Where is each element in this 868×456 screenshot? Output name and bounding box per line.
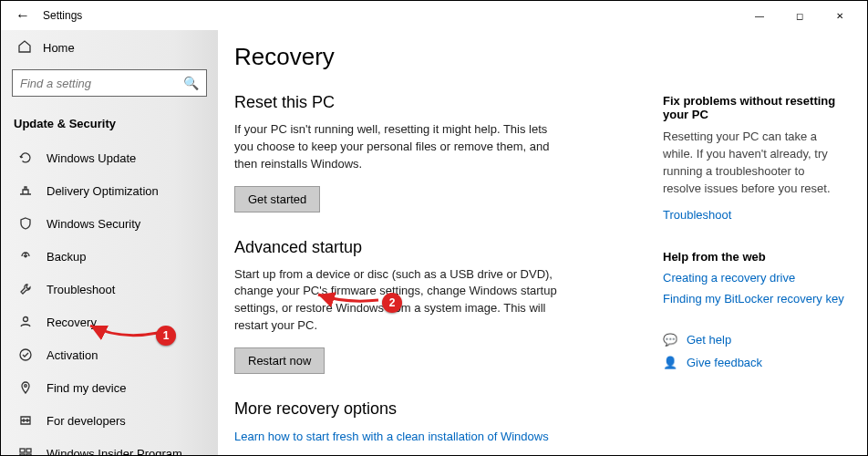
annotation-arrow-1: [83, 320, 165, 351]
get-help-link[interactable]: 💬 Get help: [663, 333, 845, 347]
location-icon: [17, 379, 34, 396]
fix-heading: Fix problems without resetting your PC: [663, 94, 845, 121]
category-heading: Update & Security: [12, 113, 207, 141]
svg-rect-4: [26, 449, 31, 452]
fix-text: Resetting your PC can take a while. If y…: [663, 129, 845, 197]
restart-now-button[interactable]: Restart now: [234, 347, 325, 374]
sidebar-item-windows-insider[interactable]: Windows Insider Program: [12, 437, 207, 455]
section-reset-pc: Reset this PC If your PC isn't running w…: [234, 93, 663, 212]
sidebar-item-label: Backup: [46, 250, 86, 264]
person-icon: 👤: [663, 356, 677, 369]
delivery-icon: [17, 182, 34, 199]
svg-rect-3: [20, 449, 25, 452]
home-button[interactable]: Home: [12, 30, 207, 69]
annotation-badge-2: 2: [382, 293, 402, 313]
sidebar: Home 🔍 Update & Security Windows Update …: [1, 30, 218, 455]
shield-icon: [17, 215, 34, 232]
svg-point-1: [20, 349, 31, 360]
sidebar-item-label: Find my device: [46, 381, 126, 395]
bitlocker-key-link[interactable]: Finding my BitLocker recovery key: [663, 292, 845, 306]
search-field[interactable]: [20, 77, 183, 90]
home-icon: [17, 39, 32, 57]
sidebar-item-troubleshoot[interactable]: Troubleshoot: [12, 273, 207, 306]
section-more-recovery: More recovery options Learn how to start…: [234, 399, 663, 444]
recovery-drive-link[interactable]: Creating a recovery drive: [663, 271, 845, 285]
reset-heading: Reset this PC: [234, 93, 663, 112]
sidebar-item-label: Windows Security: [46, 217, 140, 231]
annotation-arrow-2: [313, 287, 386, 313]
backup-icon: [17, 248, 34, 264]
get-help-label: Get help: [687, 333, 731, 347]
chat-icon: 💬: [663, 333, 677, 347]
sidebar-item-delivery-optimization[interactable]: Delivery Optimization: [12, 174, 207, 207]
dev-icon: [17, 412, 34, 429]
more-heading: More recovery options: [234, 399, 663, 419]
annotation-badge-1: 1: [156, 326, 176, 346]
give-feedback-label: Give feedback: [687, 356, 762, 369]
svg-rect-6: [26, 454, 31, 455]
wrench-icon: [17, 281, 34, 297]
search-icon: 🔍: [183, 76, 199, 90]
sidebar-item-for-developers[interactable]: For developers: [12, 404, 207, 437]
sidebar-item-windows-update[interactable]: Windows Update: [12, 141, 207, 174]
sidebar-item-backup[interactable]: Backup: [12, 240, 207, 273]
svg-rect-5: [20, 454, 25, 455]
reset-text: If your PC isn't running well, resetting…: [234, 121, 563, 173]
maximize-button[interactable]: ◻: [780, 2, 820, 29]
svg-point-2: [25, 385, 27, 388]
sidebar-item-label: Delivery Optimization: [46, 184, 159, 198]
svg-point-0: [24, 317, 28, 322]
recovery-icon: [17, 314, 34, 330]
troubleshoot-link[interactable]: Troubleshoot: [663, 208, 731, 222]
get-started-button[interactable]: Get started: [234, 186, 320, 212]
search-input[interactable]: 🔍: [12, 69, 207, 97]
back-button[interactable]: ←: [8, 7, 37, 24]
sidebar-item-label: Windows Update: [46, 151, 136, 165]
window-title: Settings: [43, 9, 82, 22]
activation-icon: [17, 347, 34, 363]
main-panel: Recovery Reset this PC If your PC isn't …: [218, 30, 867, 455]
fresh-install-link[interactable]: Learn how to start fresh with a clean in…: [234, 430, 549, 443]
section-advanced-startup: Advanced startup Start up from a device …: [234, 238, 663, 374]
sidebar-item-find-my-device[interactable]: Find my device: [12, 371, 207, 404]
aside-panel: Fix problems without resetting your PC R…: [663, 43, 854, 455]
give-feedback-link[interactable]: 👤 Give feedback: [663, 356, 845, 369]
update-icon: [17, 150, 34, 166]
advanced-heading: Advanced startup: [234, 238, 663, 257]
home-label: Home: [43, 41, 75, 55]
close-button[interactable]: ✕: [820, 2, 860, 29]
insider-icon: [17, 445, 34, 455]
sidebar-item-label: For developers: [46, 414, 126, 428]
sidebar-item-label: Windows Insider Program: [46, 447, 182, 456]
titlebar: ← Settings — ◻ ✕: [1, 1, 867, 30]
sidebar-item-label: Troubleshoot: [46, 283, 115, 296]
help-heading: Help from the web: [663, 250, 845, 264]
minimize-button[interactable]: —: [739, 2, 780, 29]
page-title: Recovery: [234, 43, 663, 71]
sidebar-item-windows-security[interactable]: Windows Security: [12, 207, 207, 240]
